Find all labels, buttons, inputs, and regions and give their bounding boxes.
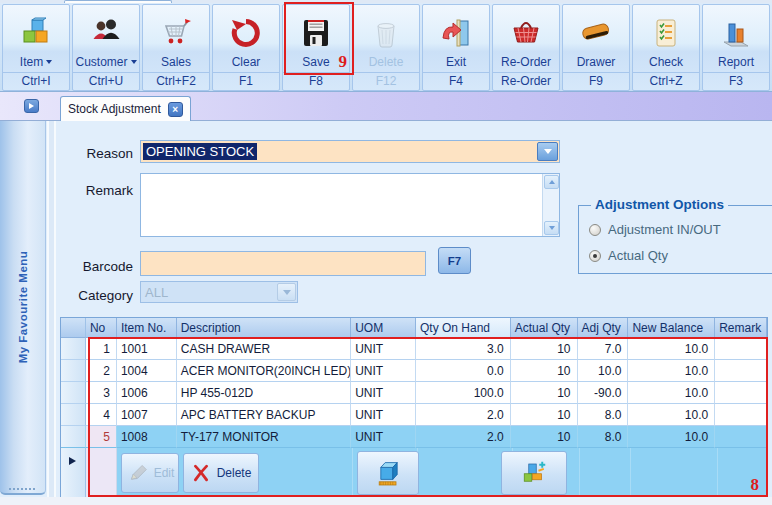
cell-no[interactable]: 3 (86, 382, 117, 404)
column-header-remark[interactable]: Remark (715, 318, 767, 338)
cell-description[interactable]: ACER MONITOR(20INCH LED) (177, 360, 351, 382)
barcode-input[interactable] (140, 251, 426, 276)
customer-button[interactable]: Customer (73, 5, 139, 72)
cell-description[interactable]: TY-177 MONITOR (177, 426, 351, 448)
table-row-3[interactable]: 31006HP 455-012DUNIT100.010-90.010.0 (61, 382, 767, 404)
radio-unselected-icon[interactable] (589, 224, 601, 236)
cell-new-balance[interactable]: 10.0 (628, 404, 715, 426)
cell-uom[interactable]: UNIT (351, 382, 416, 404)
cell-item-no-[interactable]: 1008 (117, 426, 177, 448)
sales-button[interactable]: Sales (143, 5, 209, 72)
column-header-new-balance[interactable]: New Balance (628, 318, 715, 338)
column-header-qty-on-hand[interactable]: Qty On Hand (416, 318, 511, 338)
column-header-actual-qty[interactable]: Actual Qty (511, 318, 578, 338)
cell-remark[interactable] (715, 360, 767, 382)
cell-description[interactable]: CASH DRAWER (177, 338, 351, 360)
cell-adj-qty[interactable]: 10.0 (578, 360, 629, 382)
column-header-description[interactable]: Description (177, 318, 351, 338)
save-button[interactable]: Save (283, 5, 349, 72)
cell-no[interactable]: 5 (86, 426, 117, 448)
cell-new-balance[interactable]: 10.0 (628, 338, 715, 360)
cell-actual-qty[interactable]: 10 (511, 404, 578, 426)
category-dropdown-button[interactable] (277, 283, 296, 301)
check-button-label: Check (649, 55, 683, 69)
row-selector-cell[interactable] (61, 338, 86, 360)
exit-button-label: Exit (446, 55, 466, 69)
cell-uom[interactable]: UNIT (351, 404, 416, 426)
reason-dropdown-button[interactable] (537, 142, 558, 161)
column-header-adj-qty[interactable]: Adj Qty (578, 318, 629, 338)
table-row-2[interactable]: 21004ACER MONITOR(20INCH LED)UNIT0.01010… (61, 360, 767, 382)
delete-row-button[interactable]: Delete (183, 453, 259, 493)
radio-selected-icon[interactable] (589, 250, 601, 262)
cell-adj-qty[interactable]: 8.0 (578, 426, 629, 448)
sidebar-splitter[interactable] (47, 121, 56, 497)
report-button[interactable]: Report (703, 5, 769, 72)
exit-button[interactable]: Exit (423, 5, 489, 72)
cell-item-no-[interactable]: 1004 (117, 360, 177, 382)
cell-actual-qty[interactable]: 10 (511, 360, 578, 382)
drawer-button[interactable]: Drawer (563, 5, 629, 72)
cell-item-no-[interactable]: 1006 (117, 382, 177, 404)
cube-3d-row-button[interactable] (357, 451, 419, 495)
cell-adj-qty[interactable]: 8.0 (578, 404, 629, 426)
cell-no[interactable]: 1 (86, 338, 117, 360)
reason-combobox[interactable]: OPENING STOCK (140, 140, 560, 163)
cell-remark[interactable] (715, 382, 767, 404)
remark-textarea[interactable] (141, 174, 541, 236)
cell-qty-on-hand[interactable]: 2.0 (416, 404, 511, 426)
cell-actual-qty[interactable]: 10 (511, 426, 578, 448)
cell-qty-on-hand[interactable]: 3.0 (416, 338, 511, 360)
cell-no[interactable]: 2 (86, 360, 117, 382)
cell-adj-qty[interactable]: 7.0 (578, 338, 629, 360)
cell-uom[interactable]: UNIT (351, 360, 416, 382)
cell-qty-on-hand[interactable]: 0.0 (416, 360, 511, 382)
cell-remark[interactable] (715, 426, 767, 448)
sidebar-expand-button[interactable] (24, 99, 39, 113)
cell-qty-on-hand[interactable]: 100.0 (416, 382, 511, 404)
cell-new-balance[interactable]: 10.0 (628, 360, 715, 382)
cell-actual-qty[interactable]: 10 (511, 382, 578, 404)
cell-remark[interactable] (715, 338, 767, 360)
cell-item-no-[interactable]: 1001 (117, 338, 177, 360)
re-order-button[interactable]: Re-Order (493, 5, 559, 72)
scroll-up-button[interactable] (544, 175, 559, 189)
barcode-f7-button[interactable]: F7 (438, 247, 471, 274)
category-dropdown[interactable]: ALL (140, 281, 298, 303)
cell-qty-on-hand[interactable]: 2.0 (416, 426, 511, 448)
clear-button[interactable]: Clear (213, 5, 279, 72)
scroll-down-button[interactable] (544, 221, 559, 235)
cell-description[interactable]: APC BATTERY BACKUP (177, 404, 351, 426)
check-button[interactable]: Check (633, 5, 699, 72)
remark-scrollbar[interactable] (542, 174, 559, 236)
cell-item-no-[interactable]: 1007 (117, 404, 177, 426)
item-button[interactable]: Item (3, 5, 69, 72)
tab-close-icon[interactable]: × (168, 102, 183, 117)
cell-adj-qty[interactable]: -90.0 (578, 382, 629, 404)
cell-remark[interactable] (715, 404, 767, 426)
favourite-menu-sidebar[interactable]: My Favourite Menu (0, 121, 46, 495)
row-selector-cell[interactable] (61, 360, 86, 382)
row-selector-cell[interactable] (61, 382, 86, 404)
reason-selected-value: OPENING STOCK (143, 143, 257, 160)
column-header-no[interactable]: No (86, 318, 117, 338)
cell-uom[interactable]: UNIT (351, 338, 416, 360)
table-row-4[interactable]: 41007APC BATTERY BACKUPUNIT2.0108.010.0 (61, 404, 767, 426)
cell-new-balance[interactable]: 10.0 (628, 426, 715, 448)
add-items-row-button[interactable] (501, 451, 567, 495)
tab-stock-adjustment[interactable]: Stock Adjustment × (60, 96, 191, 121)
cell-no[interactable]: 4 (86, 404, 117, 426)
sidebar-grip[interactable] (9, 488, 35, 490)
column-header-uom[interactable]: UOM (351, 318, 416, 338)
cell-actual-qty[interactable]: 10 (511, 338, 578, 360)
table-row-5[interactable]: 51008TY-177 MONITORUNIT2.0108.010.0 (61, 426, 767, 448)
row-selector-cell[interactable] (61, 426, 86, 448)
radio-option-actual-qty[interactable]: Actual Qty (589, 248, 668, 263)
row-selector-cell[interactable] (61, 404, 86, 426)
cell-description[interactable]: HP 455-012D (177, 382, 351, 404)
column-header-item-no-[interactable]: Item No. (117, 318, 177, 338)
cell-uom[interactable]: UNIT (351, 426, 416, 448)
radio-option-adjustment-in-out[interactable]: Adjustment IN/OUT (589, 222, 721, 237)
cell-new-balance[interactable]: 10.0 (628, 382, 715, 404)
table-row-1[interactable]: 11001CASH DRAWERUNIT3.0107.010.0 (61, 338, 767, 360)
